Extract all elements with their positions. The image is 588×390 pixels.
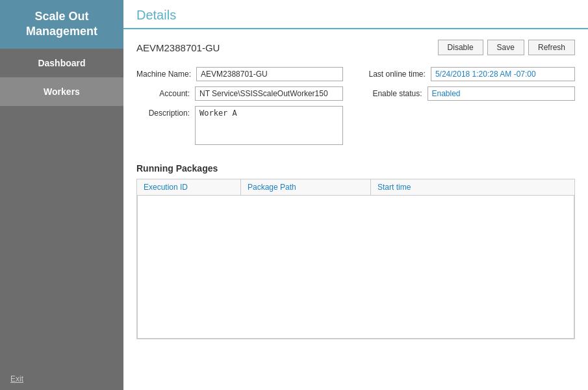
exit-link[interactable]: Exit (10, 374, 23, 384)
sidebar: Scale OutManagement Dashboard Workers Ex… (0, 0, 123, 390)
enable-status-row: Enable status: Enabled (369, 86, 576, 101)
enable-status-value: Enabled (428, 86, 576, 101)
main-body: AEVM2388701-GU Disable Save Refresh Mach… (123, 29, 588, 390)
col-execution-id: Execution ID (137, 179, 241, 195)
disable-button[interactable]: Disable (438, 40, 483, 55)
packages-table-wrapper: Execution ID Package Path Start time (136, 179, 575, 339)
packages-table-header: Execution ID Package Path Start time (137, 179, 574, 196)
main-content: Details AEVM2388701-GU Disable Save Refr… (123, 0, 588, 390)
last-online-value: 5/24/2018 1:20:28 AM -07:00 (431, 67, 575, 81)
form-section: Machine Name: Account: Description: Last… (136, 67, 575, 150)
machine-name-input[interactable] (196, 67, 342, 81)
save-button[interactable]: Save (487, 40, 524, 55)
description-textarea[interactable] (195, 106, 343, 145)
worker-title-row: AEVM2388701-GU Disable Save Refresh (136, 40, 575, 55)
sidebar-item-dashboard[interactable]: Dashboard (0, 49, 123, 77)
last-online-label: Last online time: (369, 67, 431, 79)
description-row: Description: (136, 106, 343, 145)
refresh-button[interactable]: Refresh (528, 40, 575, 55)
last-online-row: Last online time: 5/24/2018 1:20:28 AM -… (369, 67, 576, 81)
account-input[interactable] (195, 86, 343, 101)
running-packages-section: Running Packages Execution ID Package Pa… (136, 163, 575, 339)
description-label: Description: (136, 106, 195, 118)
main-header: Details (123, 0, 588, 29)
enable-status-label: Enable status: (369, 86, 428, 98)
sidebar-item-workers[interactable]: Workers (0, 77, 123, 106)
col-package-path: Package Path (241, 179, 371, 195)
packages-empty-area (137, 196, 574, 339)
worker-name-display: AEVM2388701-GU (136, 42, 438, 53)
machine-name-label: Machine Name: (136, 67, 196, 79)
running-packages-title: Running Packages (136, 163, 575, 174)
col-start-time: Start time (371, 179, 475, 195)
account-row: Account: (136, 86, 343, 101)
action-buttons: Disable Save Refresh (438, 40, 575, 55)
sidebar-logo: Scale OutManagement (0, 0, 123, 49)
machine-name-row: Machine Name: (136, 67, 343, 81)
form-left: Machine Name: Account: Description: (136, 67, 343, 150)
form-right: Last online time: 5/24/2018 1:20:28 AM -… (369, 67, 576, 150)
page-title: Details (136, 8, 176, 22)
sidebar-footer: Exit (0, 367, 123, 390)
account-label: Account: (136, 86, 195, 98)
